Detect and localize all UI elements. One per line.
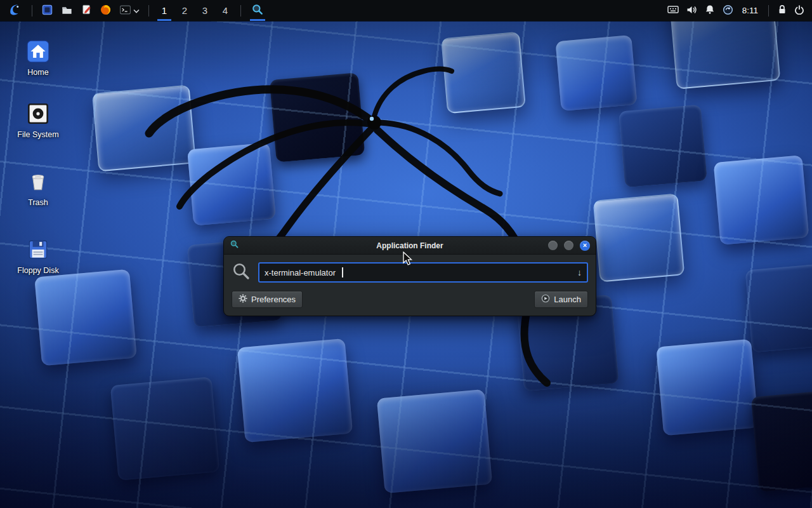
logout-button[interactable] bbox=[790, 1, 808, 20]
combo-dropdown-arrow-icon[interactable]: ↓ bbox=[577, 267, 582, 277]
workspace-button-1[interactable]: 1 bbox=[154, 0, 174, 21]
workspace-button-3[interactable]: 3 bbox=[195, 0, 215, 21]
panel-separator bbox=[148, 5, 149, 17]
floppy-disk-icon bbox=[3, 236, 73, 263]
search-icon bbox=[232, 262, 251, 283]
kali-logo-icon bbox=[8, 2, 23, 19]
power-icon bbox=[794, 4, 804, 17]
bell-icon bbox=[705, 4, 715, 17]
wallpaper-cube bbox=[593, 193, 685, 282]
volume-icon bbox=[686, 5, 697, 17]
terminal-icon bbox=[119, 4, 131, 17]
desktop-icon-label: Floppy Disk bbox=[3, 266, 73, 275]
titlebar[interactable]: Application Finder × bbox=[224, 237, 596, 255]
panel-right-group: 8:11 bbox=[664, 0, 808, 21]
wallpaper-cube bbox=[656, 339, 759, 436]
wallpaper-cube bbox=[619, 105, 707, 188]
wallpaper-cube bbox=[237, 338, 353, 443]
workspace-switcher: 1 2 3 4 bbox=[154, 0, 235, 21]
desktop-icon-home[interactable]: Home bbox=[3, 38, 73, 77]
wallpaper-cube bbox=[714, 155, 809, 245]
clock[interactable]: 8:11 bbox=[742, 6, 758, 15]
notifications-tray-button[interactable] bbox=[701, 1, 719, 20]
terminal-dropdown-chevron-icon bbox=[133, 6, 140, 15]
home-icon bbox=[3, 38, 73, 65]
launcher-file-manager-button[interactable] bbox=[57, 1, 77, 20]
dialog-footer: Preferences Launch bbox=[224, 283, 596, 316]
window-icon bbox=[230, 239, 239, 251]
trash-icon bbox=[3, 168, 73, 195]
wallpaper-cube bbox=[751, 391, 812, 492]
launcher-firefox-button[interactable] bbox=[96, 1, 115, 20]
workspace-button-4[interactable]: 4 bbox=[215, 0, 235, 21]
kali-menu-button[interactable] bbox=[4, 1, 27, 20]
window-title: Application Finder bbox=[224, 241, 596, 250]
panel-left-group: 1 2 3 4 bbox=[4, 0, 269, 21]
wallpaper-cube bbox=[441, 32, 526, 114]
launch-label: Launch bbox=[554, 295, 581, 304]
status-circle-icon bbox=[723, 4, 733, 17]
wallpaper-cube bbox=[92, 85, 196, 172]
search-row: x-terminal-emulator ↓ bbox=[224, 255, 596, 283]
lock-screen-button[interactable] bbox=[774, 1, 790, 20]
taskbar-application-finder-button[interactable] bbox=[246, 0, 269, 21]
display-settings-tray-button[interactable] bbox=[664, 1, 683, 20]
wallpaper-cube bbox=[34, 269, 137, 366]
volume-tray-button[interactable] bbox=[683, 1, 701, 20]
application-finder-window: Application Finder × x-terminal-emulator… bbox=[223, 236, 596, 316]
panel-separator bbox=[240, 5, 241, 17]
desktop-icon-label: Trash bbox=[3, 198, 73, 207]
desktop-icon-floppy-disk[interactable]: Floppy Disk bbox=[3, 236, 73, 275]
lock-icon bbox=[778, 4, 787, 17]
close-button[interactable]: × bbox=[580, 241, 590, 251]
keyboard-icon bbox=[667, 5, 679, 16]
launch-button[interactable]: Launch bbox=[534, 291, 588, 308]
files-icon bbox=[41, 4, 53, 18]
wallpaper-cube bbox=[270, 72, 365, 163]
wallpaper-cube bbox=[377, 389, 492, 493]
launcher-terminal-button[interactable] bbox=[115, 1, 143, 20]
preferences-button[interactable]: Preferences bbox=[232, 291, 303, 308]
search-input-value: x-terminal-emulator bbox=[265, 268, 336, 277]
wallpaper-cube bbox=[110, 377, 219, 480]
application-finder-icon bbox=[251, 3, 264, 18]
panel-separator bbox=[768, 5, 769, 17]
desktop-root: { "panel": { "workspaces": ["1", "2", "3… bbox=[0, 0, 812, 508]
top-panel: 1 2 3 4 bbox=[0, 0, 812, 21]
firefox-icon bbox=[100, 4, 112, 18]
preferences-label: Preferences bbox=[251, 295, 296, 304]
panel-separator bbox=[32, 5, 32, 17]
status-tray-button[interactable] bbox=[719, 1, 737, 20]
desktop-icon-file-system[interactable]: File System bbox=[3, 100, 73, 139]
launch-icon bbox=[541, 294, 550, 305]
workspace-button-2[interactable]: 2 bbox=[174, 0, 195, 21]
search-input[interactable]: x-terminal-emulator ↓ bbox=[258, 262, 588, 283]
wallpaper-cube bbox=[187, 143, 276, 226]
maximize-button[interactable] bbox=[564, 241, 573, 250]
titlebar-buttons: × bbox=[548, 241, 590, 251]
launcher-files-button[interactable] bbox=[37, 1, 57, 20]
minimize-button[interactable] bbox=[548, 241, 558, 250]
desktop-icon-label: File System bbox=[3, 130, 73, 139]
desktop-icon-trash[interactable]: Trash bbox=[3, 168, 73, 207]
file-system-icon bbox=[3, 100, 73, 127]
text-editor-icon bbox=[81, 4, 92, 17]
desktop-icon-label: Home bbox=[3, 68, 73, 77]
launcher-text-editor-button[interactable] bbox=[77, 1, 96, 20]
text-caret bbox=[342, 267, 343, 277]
wallpaper-cube bbox=[555, 35, 637, 111]
wallpaper-cube bbox=[745, 264, 812, 353]
folder-icon bbox=[61, 4, 73, 18]
gear-icon bbox=[239, 294, 247, 305]
